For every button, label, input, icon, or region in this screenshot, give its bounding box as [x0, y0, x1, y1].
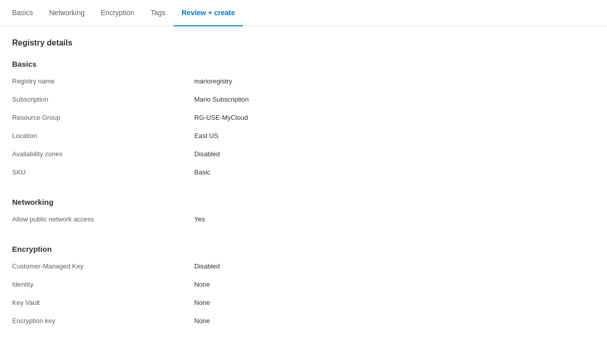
tab-review-create[interactable]: Review + create: [174, 0, 243, 26]
page-title: Registry details: [12, 38, 443, 48]
field-sku-label: SKU: [12, 167, 194, 176]
field-identity-value: None: [194, 280, 210, 288]
field-identity-label: Identity: [12, 280, 194, 288]
tabs-nav: Basics Networking Encryption Tags Review…: [0, 0, 607, 26]
tab-encryption[interactable]: Encryption: [93, 0, 142, 26]
tab-tags[interactable]: Tags: [142, 0, 174, 26]
field-resource-group-value: RG-USE-MyCloud: [194, 113, 248, 121]
field-availability-zones-label: Availability zones: [12, 149, 194, 158]
field-resource-group: Resource Group RG-USE-MyCloud: [12, 113, 443, 127]
field-encryption-key-label: Encryption key: [12, 316, 194, 325]
tab-networking[interactable]: Networking: [41, 0, 93, 26]
section-networking: Networking Allow public network access Y…: [12, 198, 443, 229]
field-registry-name: Registry name marioregistry: [12, 76, 443, 90]
field-public-network-access-label: Allow public network access: [12, 214, 194, 223]
field-sku-value: Basic: [194, 167, 210, 176]
section-networking-title: Networking: [12, 198, 443, 206]
section-basics-title: Basics: [12, 60, 443, 68]
field-registry-name-value: marioregistry: [194, 76, 232, 85]
tab-basics[interactable]: Basics: [10, 0, 41, 26]
field-resource-group-label: Resource Group: [12, 113, 194, 121]
field-encryption-key: Encryption key None: [12, 316, 443, 330]
field-key-vault: Key Vault None: [12, 298, 443, 312]
field-encryption-key-value: None: [194, 316, 210, 325]
field-location-value: East US: [194, 131, 219, 140]
main-content: Registry details Basics Registry name ma…: [0, 26, 455, 358]
field-public-network-access: Allow public network access Yes: [12, 214, 443, 229]
field-registry-name-label: Registry name: [12, 76, 194, 85]
field-location: Location East US: [12, 131, 443, 145]
section-encryption: Encryption Customer-Managed Key Disabled…: [12, 245, 443, 330]
field-availability-zones: Availability zones Disabled: [12, 149, 443, 163]
field-subscription-label: Subscription: [12, 95, 194, 103]
field-sku: SKU Basic: [12, 167, 443, 181]
field-location-label: Location: [12, 131, 194, 140]
field-public-network-access-value: Yes: [194, 214, 205, 223]
field-key-vault-label: Key Vault: [12, 298, 194, 306]
field-subscription: Subscription Mario Subscription: [12, 95, 443, 109]
field-key-vault-value: None: [194, 298, 210, 306]
field-subscription-value: Mario Subscription: [194, 95, 249, 103]
section-basics: Basics Registry name marioregistry Subsc…: [12, 60, 443, 181]
field-customer-managed-key-value: Disabled: [194, 261, 220, 270]
field-availability-zones-value: Disabled: [194, 149, 220, 158]
section-encryption-title: Encryption: [12, 245, 443, 253]
field-customer-managed-key-label: Customer-Managed Key: [12, 261, 194, 270]
field-customer-managed-key: Customer-Managed Key Disabled: [12, 261, 443, 276]
field-identity: Identity None: [12, 280, 443, 294]
